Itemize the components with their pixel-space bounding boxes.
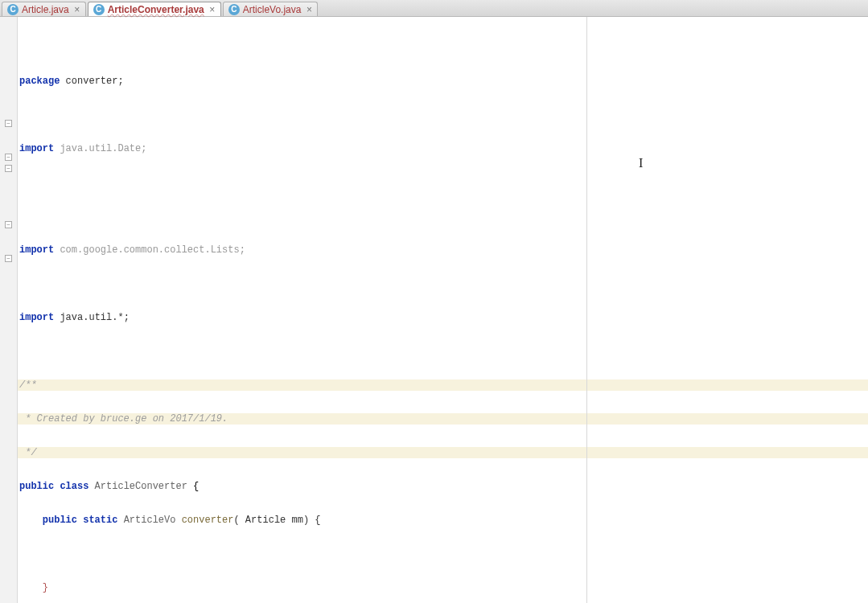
tab-article[interactable]: C Article.java × bbox=[2, 2, 86, 16]
return-type: ArticleVo bbox=[117, 515, 175, 526]
brace: } bbox=[19, 582, 48, 593]
tab-label: ArticleVo.java bbox=[243, 4, 302, 15]
code-text: { bbox=[187, 481, 199, 492]
close-icon[interactable]: × bbox=[208, 4, 217, 15]
code-keyword: public class bbox=[19, 481, 88, 492]
code-editor[interactable]: I package converter; import java.util.Da… bbox=[18, 17, 868, 603]
editor-area: − − − − − I package converter; import ja… bbox=[0, 17, 868, 603]
indent bbox=[19, 515, 43, 526]
right-margin-line bbox=[586, 17, 587, 603]
code-keyword: package bbox=[19, 76, 60, 87]
tab-articleconverter[interactable]: C ArticleConverter.java × bbox=[88, 2, 221, 16]
class-icon: C bbox=[7, 4, 19, 15]
method-name: converter bbox=[175, 515, 233, 526]
javadoc-line: /** bbox=[19, 379, 37, 391]
fold-marker-icon[interactable]: − bbox=[5, 221, 12, 228]
class-icon: C bbox=[228, 4, 240, 15]
tab-bar: C Article.java × C ArticleConverter.java… bbox=[0, 0, 868, 17]
gutter[interactable]: − − − − − bbox=[0, 17, 18, 603]
class-icon: C bbox=[93, 4, 105, 15]
code-keyword: import bbox=[19, 244, 54, 256]
tab-label: ArticleConverter.java bbox=[108, 4, 204, 15]
text-caret-icon: I bbox=[639, 158, 643, 169]
fold-marker-icon[interactable]: − bbox=[5, 154, 12, 161]
code-text: java.util.Date; bbox=[54, 143, 146, 154]
fold-marker-icon[interactable]: − bbox=[5, 165, 12, 172]
code-text: converter; bbox=[60, 76, 123, 87]
code-keyword: public static bbox=[43, 515, 118, 526]
code-text: com.google.common.collect.Lists; bbox=[54, 244, 245, 256]
tab-label: Article.java bbox=[22, 4, 69, 15]
code-keyword: import bbox=[19, 312, 54, 323]
class-name: ArticleConverter bbox=[88, 481, 187, 492]
close-icon[interactable]: × bbox=[304, 4, 314, 15]
close-icon[interactable]: × bbox=[72, 4, 82, 15]
code-text: java.util.*; bbox=[54, 312, 130, 323]
javadoc-line: * Created by bruce.ge on 2017/1/19. bbox=[19, 413, 228, 425]
tab-articlevo[interactable]: C ArticleVo.java × bbox=[223, 2, 319, 16]
javadoc-line: */ bbox=[19, 447, 37, 458]
fold-marker-icon[interactable]: − bbox=[5, 255, 12, 262]
code-keyword: import bbox=[19, 143, 54, 154]
params: ( Article mm) { bbox=[233, 515, 320, 526]
fold-marker-icon[interactable]: − bbox=[5, 120, 12, 127]
